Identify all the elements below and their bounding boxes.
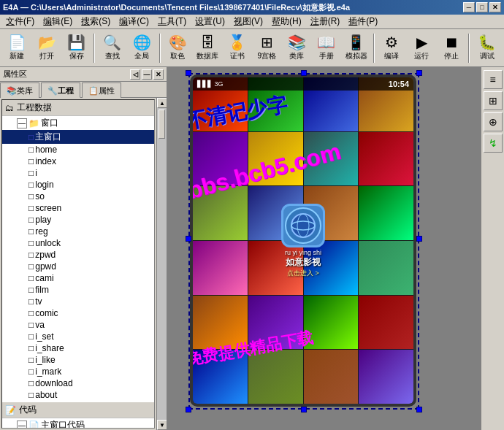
maximize-button[interactable]: □	[476, 2, 488, 12]
menu-edit[interactable]: 编辑(E)	[39, 14, 77, 29]
toolbar-stop-button[interactable]: ⏹ 停止	[438, 32, 466, 64]
tree-node-reg[interactable]: □ reg	[2, 226, 154, 237]
right-btn-grid[interactable]: ⊞	[484, 91, 503, 110]
handle-br[interactable]	[416, 407, 422, 412]
tree-node-gpwd[interactable]: □ gpwd	[2, 261, 154, 272]
tree-node-login[interactable]: □ login	[2, 179, 154, 191]
canvas-area[interactable]: ▋▋▋ 3G 10:54 ru yi ying	[168, 67, 504, 430]
menu-help[interactable]: 帮助(H)	[267, 14, 306, 29]
handle-ml[interactable]	[186, 236, 191, 242]
toolbar-find-button[interactable]: 🔍 查找	[98, 32, 126, 64]
open-icon: 📂	[38, 35, 56, 50]
tree-node-about[interactable]: □ about	[2, 389, 154, 401]
right-btn-components[interactable]: ⊕	[484, 112, 503, 131]
toolbar-debug-button[interactable]: 🐛 调试	[473, 32, 501, 64]
toolbar-build-button[interactable]: ⚙ 编译	[378, 32, 406, 64]
panel-float-button[interactable]: —	[142, 69, 152, 80]
toolbar-new-button[interactable]: 📄 新建	[3, 32, 31, 64]
status-left: ▋▋▋ 3G	[197, 80, 224, 88]
tree-node-so[interactable]: □ so	[2, 191, 154, 202]
toolbar-nine-grid-button[interactable]: ⊞ 9宫格	[253, 32, 281, 64]
panel-close-button[interactable]: ✕	[153, 69, 164, 80]
toolbar-color-button[interactable]: 🎨 取色	[164, 32, 192, 64]
tree-toggle-window[interactable]: —	[17, 118, 27, 128]
handle-mr[interactable]	[416, 236, 422, 242]
minimize-button[interactable]: ─	[463, 2, 475, 12]
tree-node-cami[interactable]: □ cami	[2, 272, 154, 284]
tree-node-home[interactable]: □ home	[2, 144, 154, 156]
tree-node-index[interactable]: □ index	[2, 156, 154, 167]
tree-panel[interactable]: 🗂 工程数据 — 📁 窗口 □ 主窗口 □ home	[1, 99, 155, 429]
title-bar-controls: ─ □ ✕	[463, 2, 501, 12]
scroll-track[interactable]	[157, 108, 167, 420]
menu-file[interactable]: 文件(F)	[1, 14, 39, 29]
right-btn-layers[interactable]: ≡	[484, 70, 503, 89]
va-label: va	[35, 320, 45, 330]
tab-library[interactable]: 📚类库	[0, 82, 39, 98]
toolbar-emulator-button[interactable]: 📱 模拟器	[342, 32, 370, 64]
tree-node-download[interactable]: □ download	[2, 377, 154, 389]
toolbar-cert-button[interactable]: 🏅 证书	[223, 32, 251, 64]
tree-node-i-set[interactable]: □ i_set	[2, 331, 154, 342]
cami-label: cami	[35, 273, 53, 283]
handle-bm[interactable]	[301, 407, 307, 412]
handle-bl[interactable]	[186, 407, 191, 412]
menu-tools[interactable]: 工具(T)	[153, 14, 191, 29]
toolbar-save-button[interactable]: 💾 保存	[63, 32, 91, 64]
global-icon: 🌐	[133, 35, 151, 50]
tree-node-screen[interactable]: □ screen	[2, 202, 154, 214]
menu-plugins[interactable]: 插件(P)	[344, 14, 382, 29]
toolbar: 📄 新建 📂 打开 💾 保存 🔍 查找 🌐 全局 🎨 取色 🗄 数据库 🏅 证书…	[0, 29, 504, 67]
handle-tm[interactable]	[301, 70, 307, 76]
login-label: login	[35, 180, 53, 190]
scroll-up-button[interactable]: ▲	[157, 98, 167, 108]
scroll-thumb[interactable]	[159, 110, 165, 139]
status-time: 10:54	[389, 80, 409, 88]
tab-properties[interactable]: 📋属性	[82, 82, 121, 98]
phone-frame[interactable]: ▋▋▋ 3G 10:54 ru yi ying	[190, 74, 416, 407]
menu-compile[interactable]: 编译(C)	[115, 14, 153, 29]
right-toolbar: ≡ ⊞ ⊕ ↯	[481, 67, 504, 430]
close-button[interactable]: ✕	[489, 2, 501, 12]
tree-node-i-like[interactable]: □ i_like	[2, 354, 154, 366]
tree-node-i[interactable]: □ i	[2, 167, 154, 179]
tree-node-window-group[interactable]: — 📁 窗口	[2, 116, 154, 130]
toolbar-run-button[interactable]: ▶ 运行	[408, 32, 436, 64]
poster-9	[193, 186, 248, 240]
tree-node-tv[interactable]: □ tv	[2, 296, 154, 307]
section-icon: 🗂	[5, 103, 14, 113]
menu-register[interactable]: 注册(R)	[306, 14, 345, 29]
toolbar-database-button[interactable]: 🗄 数据库	[194, 32, 222, 64]
toolbar-global-button[interactable]: 🌐 全局	[128, 32, 156, 64]
menu-search[interactable]: 搜索(S)	[77, 14, 115, 29]
app-subtitle: 点击进入 >	[287, 269, 319, 278]
panel-pin-button[interactable]: ◁	[130, 69, 140, 80]
toolbar-global-label: 全局	[134, 51, 149, 61]
scroll-down-button[interactable]: ▼	[157, 420, 167, 430]
tree-node-main-window[interactable]: □ 主窗口	[2, 130, 154, 144]
tree-node-comic[interactable]: □ comic	[2, 307, 154, 319]
comic-label: comic	[35, 308, 58, 318]
toolbar-find-label: 查找	[105, 51, 120, 61]
right-btn-align[interactable]: ↯	[484, 134, 503, 153]
toolbar-library-button[interactable]: 📚 类库	[283, 32, 311, 64]
tab-project[interactable]: 🔧工程	[41, 82, 80, 98]
tree-toggle-code[interactable]: —	[17, 421, 27, 429]
tree-node-code-group[interactable]: — 📄 主窗口代码	[2, 418, 154, 429]
tree-node-zpwd[interactable]: □ zpwd	[2, 249, 154, 261]
tree-node-i-mark[interactable]: □ i_mark	[2, 366, 154, 377]
handle-tr[interactable]	[416, 70, 422, 76]
tree-node-play[interactable]: □ play	[2, 214, 154, 226]
tree-node-unlock[interactable]: □ unlock	[2, 237, 154, 249]
menu-settings[interactable]: 设置(U)	[191, 14, 229, 29]
toolbar-sep4	[468, 34, 470, 63]
tree-node-va[interactable]: □ va	[2, 319, 154, 331]
menu-view[interactable]: 视图(V)	[229, 14, 267, 29]
tree-node-film[interactable]: □ film	[2, 284, 154, 296]
tree-scrollbar[interactable]: ▲ ▼	[156, 98, 167, 430]
tree-node-i-share[interactable]: □ i_share	[2, 342, 154, 354]
panel-title-text: 属性区	[3, 69, 27, 80]
toolbar-open-button[interactable]: 📂 打开	[33, 32, 61, 64]
handle-tl[interactable]	[186, 70, 191, 76]
toolbar-manual-button[interactable]: 📖 手册	[313, 32, 341, 64]
